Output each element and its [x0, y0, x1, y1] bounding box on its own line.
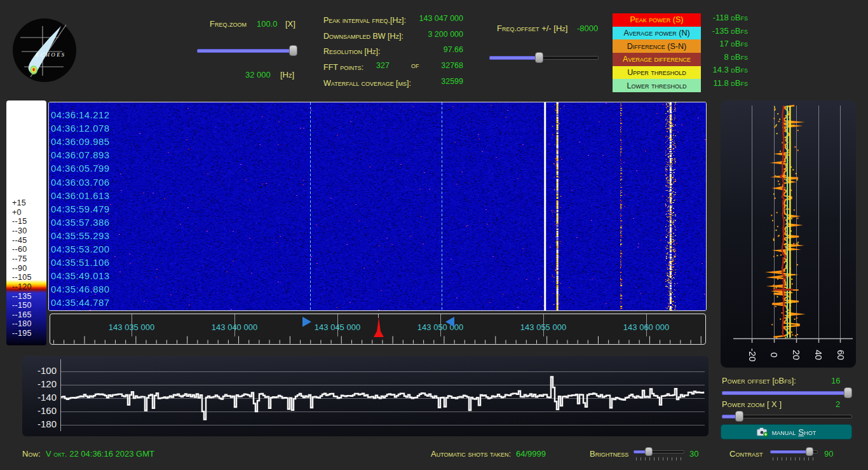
power-axis-tick-label: 20 — [791, 344, 801, 366]
shots-taken-value: 64/9999 — [516, 449, 546, 459]
waterfall-timestamp: 04:35:59.479 — [51, 204, 109, 214]
colorbar-label: --150 — [12, 301, 32, 310]
contrast-value: 90 — [824, 449, 833, 459]
power-offset-value: 16 — [831, 376, 840, 385]
stat-fft-label: FFT points: — [323, 63, 363, 72]
power-history-canvas — [721, 100, 856, 355]
freq-offset-slider-fill — [489, 56, 540, 60]
power-zoom-slider[interactable] — [722, 411, 852, 422]
interval-end-arrow-icon[interactable] — [445, 317, 454, 327]
stat-bw-label: Downsampled BW [Hz]: — [323, 32, 403, 41]
power-zoom-slider-handle[interactable] — [735, 411, 743, 422]
spectrum-y-label: -160 — [25, 405, 57, 416]
waterfall-timestamp: 04:35:55.293 — [51, 230, 109, 241]
legend-value: 8 dBfs — [661, 52, 748, 66]
frequency-scale: 143 035 000143 040 000143 045 000143 050… — [50, 314, 706, 345]
legend-value: -118 dBfs — [661, 13, 748, 26]
waterfall-timestamp: 04:35:57.386 — [51, 217, 109, 228]
freq-span-value: 32 000 — [245, 70, 271, 79]
waterfall-timestamp: 04:35:51.106 — [51, 257, 109, 268]
power-zoom-value: 2 — [836, 399, 840, 409]
brightness-slider-ticks — [636, 457, 682, 460]
freq-zoom-label: Freq.zoom — [210, 19, 247, 29]
power-offset-slider[interactable] — [722, 387, 852, 398]
legend-values: -118 dBfs-135 dBfs17 dBfs8 dBfs14.3 dBfs… — [661, 13, 748, 92]
frequency-label: 143 060 000 — [608, 322, 684, 332]
stat-coverage-label: Waterfall coverage [ms]: — [323, 79, 411, 88]
colorbar-label: --195 — [12, 329, 32, 338]
freq-zoom-unit: [X] — [285, 19, 295, 29]
waterfall-timestamp: 04:35:44.787 — [51, 297, 109, 308]
spectrum-y-label: -120 — [25, 378, 57, 389]
waterfall-timestamp: 04:36:03.706 — [51, 177, 109, 188]
power-zoom-label: Power zoom [ X ] — [722, 399, 782, 409]
now-value: V окт. 22 04:36:16 2023 GMT — [46, 449, 154, 459]
power-history-plot: -200204060 — [721, 100, 856, 368]
freq-zoom-slider-fill — [197, 49, 297, 53]
power-offset-slider-handle[interactable] — [844, 387, 852, 398]
stat-resolution-label: Resolution [Hz]: — [323, 47, 380, 56]
waterfall-timestamp: 04:36:01.613 — [51, 190, 109, 201]
contrast-slider[interactable] — [770, 447, 818, 456]
waterfall-timestamp: 04:36:14.212 — [51, 109, 109, 120]
freq-offset-slider[interactable] — [489, 52, 599, 63]
frequency-label: 143 040 000 — [196, 322, 273, 332]
power-axis-tick-label: 60 — [836, 344, 846, 366]
colorbar-label: --180 — [12, 319, 32, 328]
colorbar-label: --30 — [12, 226, 27, 235]
power-offset-slider-fill — [722, 391, 852, 395]
colorbar-label: --60 — [12, 245, 27, 254]
waterfall-timestamp: 04:36:12.078 — [51, 123, 109, 134]
stat-peak-freq-label: Peak interval freq.[Hz]: — [323, 16, 406, 25]
legend-value: -135 dBfs — [661, 26, 748, 39]
freq-offset-slider-handle[interactable] — [535, 52, 543, 63]
waterfall-timestamp: 04:36:09.985 — [51, 136, 109, 147]
echoes-logo: ECHOES — [13, 18, 76, 83]
waterfall-canvas — [49, 102, 706, 310]
stat-fft-of: of — [411, 61, 419, 70]
spectrum-canvas — [61, 360, 705, 432]
waterfall-timestamp: 04:35:53.200 — [51, 244, 109, 254]
colorbar-label: --165 — [12, 310, 32, 319]
spectrum-plot: -100-120-140-160-180 — [22, 356, 709, 436]
spectrum-y-label: -140 — [25, 392, 57, 403]
waterfall-panel: 04:36:14.21204:36:12.07804:36:09.98504:3… — [48, 102, 707, 311]
stat-coverage-value: 32599 — [441, 77, 463, 86]
legend-value: 14.3 dBfs — [661, 65, 748, 78]
stat-fft-total: 32768 — [441, 61, 463, 70]
colorbar-label: --75 — [12, 254, 27, 263]
stat-resolution-value: 97.66 — [444, 45, 463, 54]
power-offset-label: Power offset [dBfs]: — [722, 376, 796, 385]
freq-zoom-slider-handle[interactable] — [289, 45, 297, 56]
frequency-label: 143 050 000 — [402, 322, 478, 332]
contrast-label: Contrast — [729, 449, 763, 459]
freq-offset-label: Freq.offset +/- [Hz] — [497, 24, 567, 33]
power-axis-tick-label: -20 — [747, 344, 757, 366]
power-colorbar: +15+0--15--30--45--60--75--90--105--120-… — [6, 100, 46, 345]
colorbar-label: --120 — [12, 282, 32, 291]
shots-taken-label: Automatic shots taken: — [431, 449, 511, 459]
legend-value: 11.8 dBfs — [661, 78, 748, 92]
now-label: Now: — [22, 449, 41, 459]
interval-start-arrow-icon[interactable] — [302, 317, 311, 327]
colorbar-label: +15 — [12, 198, 26, 207]
power-axis-tick-label: 40 — [813, 344, 824, 366]
waterfall-timestamp: 04:35:49.013 — [51, 270, 109, 281]
brightness-label: Brightness — [590, 449, 628, 459]
colorbar-label: --45 — [12, 236, 27, 245]
waterfall-timestamp: 04:35:46.880 — [51, 284, 109, 294]
power-axis-tick-label: 0 — [769, 344, 779, 366]
stat-fft-value: 327 — [376, 61, 390, 70]
brightness-slider-handle[interactable] — [645, 447, 653, 456]
waterfall-timestamp: 04:36:05.799 — [51, 163, 109, 174]
freq-zoom-slider[interactable] — [197, 45, 297, 56]
manual-shot-label: manual Shot — [772, 427, 816, 437]
colorbar-label: +0 — [12, 208, 22, 217]
freq-span-unit: [Hz] — [280, 70, 294, 79]
manual-shot-button[interactable]: manual Shot — [721, 424, 852, 439]
waterfall-timestamp: 04:36:07.893 — [51, 149, 109, 160]
contrast-slider-ticks — [773, 457, 816, 460]
contrast-slider-fill — [770, 450, 810, 453]
contrast-slider-handle[interactable] — [806, 447, 813, 456]
brightness-slider[interactable] — [634, 447, 684, 456]
